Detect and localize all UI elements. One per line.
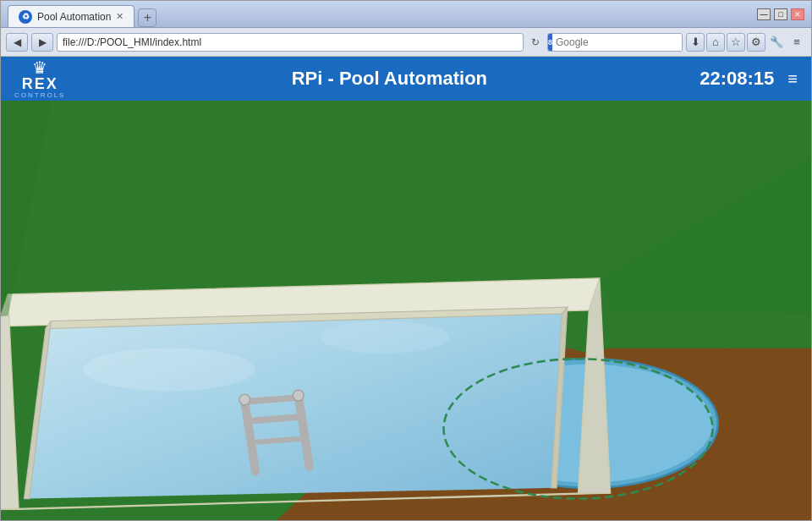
rex-logo: ♛ REX CONTROLS <box>14 59 65 99</box>
rex-brand-text: REX <box>22 76 58 91</box>
browser-window: ♻ Pool Automation ✕ + — □ ✕ ◀ ▶ ↻ 8 🔍 ⬇ … <box>0 0 812 521</box>
title-bar: ♻ Pool Automation ✕ + — □ ✕ <box>1 1 811 28</box>
refresh-button[interactable]: ↻ <box>527 33 544 52</box>
new-tab-button[interactable]: + <box>138 8 156 27</box>
svg-point-18 <box>83 348 255 392</box>
svg-point-17 <box>293 390 304 401</box>
close-button[interactable]: ✕ <box>791 8 804 20</box>
bookmark-icon[interactable]: ☆ <box>727 33 745 52</box>
hamburger-menu-icon[interactable]: ≡ <box>787 69 798 89</box>
rex-controls-subtext: CONTROLS <box>14 91 65 99</box>
tab-close-button[interactable]: ✕ <box>116 11 123 22</box>
forward-button[interactable]: ▶ <box>31 33 53 52</box>
minimize-button[interactable]: — <box>757 8 771 20</box>
menu-icon[interactable]: ≡ <box>787 33 806 52</box>
rex-crown-icon: ♛ <box>32 59 47 76</box>
settings-icon[interactable]: ⚙ <box>747 33 765 52</box>
toolbar-icons: ⬇ ⌂ ☆ ⚙ 🔧 ≡ <box>686 33 806 52</box>
home-icon[interactable]: ⌂ <box>706 33 725 52</box>
svg-line-14 <box>247 417 301 421</box>
svg-point-16 <box>239 394 250 405</box>
window-controls: — □ ✕ <box>757 8 804 20</box>
svg-point-19 <box>320 321 449 354</box>
address-input[interactable] <box>57 33 524 52</box>
download-icon[interactable]: ⬇ <box>686 33 705 52</box>
main-content <box>1 101 811 520</box>
address-bar: ◀ ▶ ↻ 8 🔍 ⬇ ⌂ ☆ ⚙ 🔧 ≡ <box>1 28 811 57</box>
app-title: RPi - Pool Automation <box>79 68 700 90</box>
app-clock: 22:08:15 <box>700 68 774 90</box>
pool-scene <box>1 101 811 520</box>
extensions-icon[interactable]: 🔧 <box>767 33 786 52</box>
back-button[interactable]: ◀ <box>6 33 28 52</box>
tab-favicon: ♻ <box>19 10 32 24</box>
tab-area: ♻ Pool Automation ✕ + <box>8 1 750 27</box>
browser-tab[interactable]: ♻ Pool Automation ✕ <box>8 5 134 27</box>
maximize-button[interactable]: □ <box>774 8 787 20</box>
tab-title: Pool Automation <box>37 11 111 23</box>
app-header: ♛ REX CONTROLS RPi - Pool Automation 22:… <box>1 57 811 101</box>
svg-line-13 <box>244 398 299 402</box>
search-box: 8 🔍 <box>547 33 683 52</box>
search-input[interactable] <box>552 34 683 51</box>
